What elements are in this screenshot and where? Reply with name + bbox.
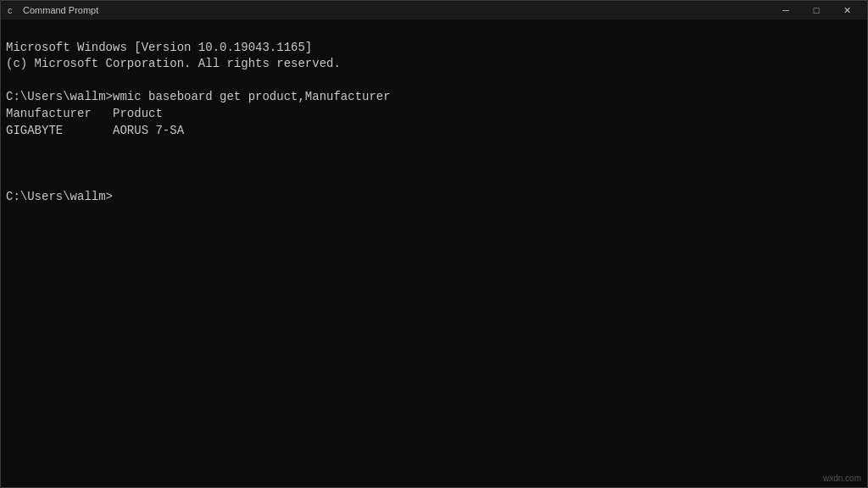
close-button[interactable]: ✕: [832, 1, 862, 19]
window-controls: ─ □ ✕: [771, 1, 862, 19]
terminal-output[interactable]: Microsoft Windows [Version 10.0.19043.11…: [1, 19, 867, 487]
watermark: wxdn.com: [823, 474, 861, 483]
minimize-button[interactable]: ─: [771, 1, 801, 19]
cmd-window: C Command Prompt ─ □ ✕ Microsoft Windows…: [0, 0, 868, 488]
window-title: Command Prompt: [23, 5, 98, 15]
title-bar: C Command Prompt ─ □ ✕: [1, 1, 867, 19]
terminal-line-2: (c) Microsoft Corporation. All rights re…: [6, 57, 341, 70]
terminal-line-1: Microsoft Windows [Version 10.0.19043.11…: [6, 41, 312, 54]
svg-text:C: C: [8, 8, 13, 15]
terminal-line-5: Manufacturer Product: [6, 107, 163, 120]
terminal-line-4: C:\Users\wallm>wmic baseboard get produc…: [6, 90, 391, 103]
cmd-icon: C: [6, 4, 18, 16]
terminal-line-6: GIGABYTE AORUS 7-SA: [6, 124, 184, 137]
maximize-button[interactable]: □: [801, 1, 832, 19]
terminal-line-10: C:\Users\wallm>: [6, 190, 113, 203]
title-bar-left: C Command Prompt: [6, 4, 98, 16]
